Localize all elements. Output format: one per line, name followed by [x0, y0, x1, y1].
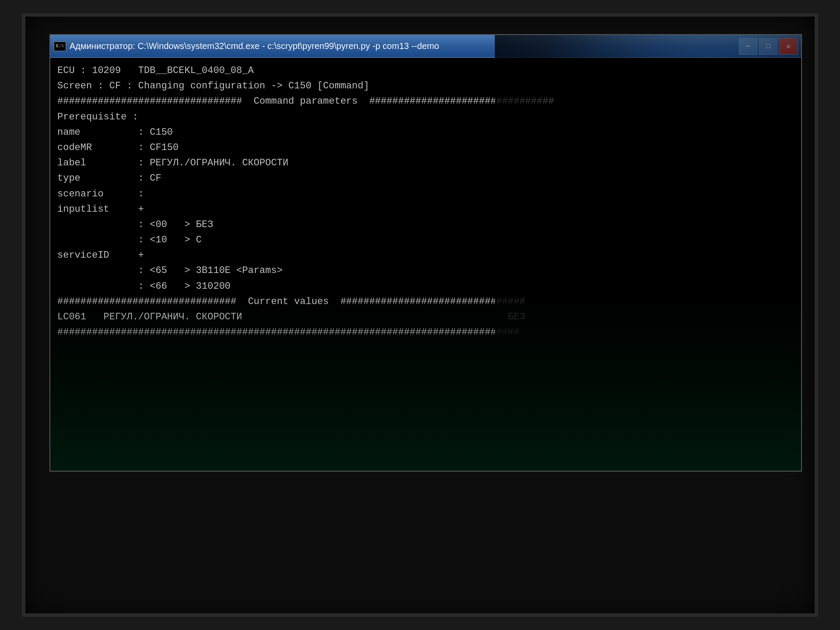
- titlebar-left: C:\ Администратор: C:\Windows\system32\c…: [54, 41, 439, 51]
- terminal-line-12: inputlist +: [57, 202, 794, 217]
- terminal-line-10: type : CF: [57, 171, 794, 186]
- terminal-line-5: Prerequisite :: [57, 109, 794, 125]
- terminal-line-14: : <10 > С: [57, 232, 794, 248]
- terminal-line-0: ECU : 10209 TDB__BCEKL_0400_08_A: [57, 63, 794, 78]
- terminal-line-19: ############################### Current …: [57, 294, 794, 309]
- titlebar: C:\ Администратор: C:\Windows\system32\c…: [50, 35, 801, 58]
- terminal-line-23: ########################################…: [57, 325, 794, 340]
- terminal-line-11: scenario :: [57, 186, 794, 202]
- terminal-line-3: ################################ Command…: [57, 94, 794, 109]
- terminal-line-15: serviceID +: [57, 248, 794, 263]
- maximize-button[interactable]: □: [759, 38, 777, 55]
- terminal-line-21: LC061 РЕГУЛ./ОГРАНИЧ. СКОРОСТИ БЕЗ: [57, 309, 794, 325]
- cmd-icon: C:\: [54, 42, 66, 51]
- cmd-window: C:\ Администратор: C:\Windows\system32\c…: [49, 34, 802, 472]
- close-button[interactable]: ✕: [779, 38, 798, 55]
- window-title: Администратор: C:\Windows\system32\cmd.e…: [70, 41, 439, 51]
- minimize-button[interactable]: ─: [739, 38, 757, 55]
- terminal-line-7: name : C150: [57, 125, 794, 140]
- cmd-icon-label: C:\: [56, 44, 64, 49]
- terminal-line-16: : <65 > 3В110Е <Params>: [57, 263, 794, 278]
- terminal-line-8: codeMR : CF150: [57, 140, 794, 155]
- terminal-line-9: label : РЕГУЛ./ОГРАНИЧ. СКОРОСТИ: [57, 155, 794, 171]
- terminal-line-17: : <66 > 310200: [57, 279, 794, 294]
- terminal-line-1: Screen : CF : Changing configuration -> …: [57, 78, 794, 94]
- monitor-frame: C:\ Администратор: C:\Windows\system32\c…: [22, 13, 818, 617]
- terminal-content: ECU : 10209 TDB__BCEKL_0400_08_A Screen …: [50, 58, 801, 471]
- terminal-line-13: : <00 > БЕЗ: [57, 217, 794, 232]
- titlebar-buttons: ─ □ ✕: [739, 38, 798, 55]
